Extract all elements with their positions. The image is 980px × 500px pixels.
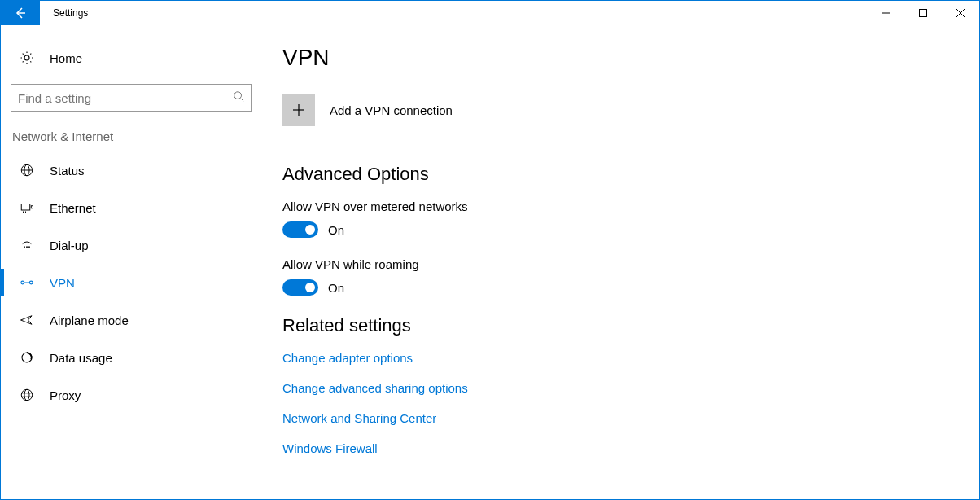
settings-window: Settings Home [0,0,980,500]
search-box[interactable] [11,84,252,112]
ethernet-icon [19,200,35,215]
link-network-sharing-center[interactable]: Network and Sharing Center [282,411,979,425]
back-arrow-icon [14,7,27,20]
add-vpn-label: Add a VPN connection [330,103,453,117]
minimize-button[interactable] [867,1,904,25]
link-advanced-sharing[interactable]: Change advanced sharing options [282,381,979,395]
sidebar-item-proxy[interactable]: Proxy [1,376,261,414]
roaming-label: Allow VPN while roaming [282,257,979,271]
maximize-button[interactable] [904,1,942,25]
vpn-icon [19,275,35,290]
add-vpn-row[interactable]: Add a VPN connection [282,94,979,126]
sidebar-item-label: Airplane mode [50,314,129,327]
roaming-toggle[interactable] [282,279,318,296]
data-usage-icon [19,350,35,365]
sidebar-item-dialup[interactable]: Dial-up [1,226,261,264]
metered-label: Allow VPN over metered networks [282,200,979,213]
link-windows-firewall[interactable]: Windows Firewall [282,441,979,455]
svg-rect-11 [31,206,33,208]
close-icon [956,9,965,17]
airplane-icon [19,313,35,327]
metered-toggle-row: On [282,221,979,238]
svg-line-6 [241,99,244,102]
related-section: Related settings Change adapter options … [282,315,979,455]
sidebar-item-label: Data usage [50,351,112,365]
sidebar-item-label: Dial-up [50,239,89,252]
window-title: Settings [40,1,88,25]
svg-rect-10 [21,204,30,211]
add-tile [282,94,315,126]
advanced-heading: Advanced Options [282,164,979,185]
gear-icon [19,50,35,65]
sidebar-item-airplane[interactable]: Airplane mode [1,301,261,339]
roaming-toggle-state: On [328,281,344,295]
sidebar-item-label: Ethernet [50,201,96,215]
svg-point-18 [21,281,24,284]
svg-point-23 [24,389,29,401]
link-change-adapter[interactable]: Change adapter options [282,351,979,365]
page-title: VPN [282,45,979,71]
sidebar-item-data-usage[interactable]: Data usage [1,339,261,376]
plus-icon [291,102,307,118]
svg-point-22 [21,389,33,401]
search-icon [233,90,244,105]
svg-point-17 [28,246,30,248]
metered-toggle[interactable] [282,221,318,238]
roaming-toggle-row: On [282,279,979,296]
sidebar-item-label: Status [50,164,85,178]
metered-toggle-state: On [328,223,344,237]
search-input[interactable] [18,91,233,105]
related-heading: Related settings [282,315,979,336]
sidebar: Home Network & Internet Status [1,25,261,499]
maximize-icon [919,9,927,17]
svg-point-5 [234,92,242,99]
sidebar-nav: Status Ethernet Dial-up [1,151,261,414]
sidebar-category: Network & Internet [1,112,261,151]
sidebar-item-label: VPN [50,276,75,290]
svg-point-16 [26,246,28,248]
status-icon [19,163,35,178]
svg-point-19 [29,281,33,284]
sidebar-home-label: Home [50,51,82,65]
titlebar: Settings [1,1,979,25]
sidebar-item-label: Proxy [50,388,81,402]
dialup-icon [19,238,35,252]
minimize-icon [882,9,890,17]
window-controls [867,1,979,25]
proxy-icon [19,388,35,402]
back-button[interactable] [1,1,40,25]
close-button[interactable] [942,1,979,25]
content-body: Home Network & Internet Status [1,25,979,499]
sidebar-item-status[interactable]: Status [1,151,261,189]
sidebar-item-vpn[interactable]: VPN [1,264,261,301]
main-panel: VPN Add a VPN connection Advanced Option… [261,25,979,499]
svg-point-15 [24,246,25,248]
sidebar-item-ethernet[interactable]: Ethernet [1,189,261,226]
sidebar-home[interactable]: Home [1,42,261,74]
svg-rect-2 [920,10,927,17]
